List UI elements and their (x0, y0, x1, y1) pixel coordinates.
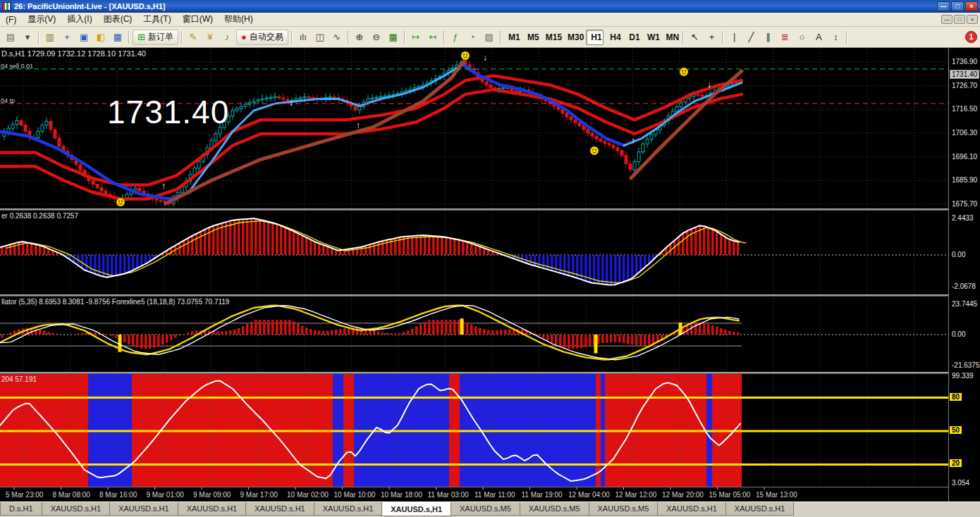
menu-item[interactable]: (F) (0, 13, 22, 26)
chart-tab[interactable]: XAUUSD.s,H1 (657, 502, 726, 516)
time-scale[interactable]: 5 Mar 23:008 Mar 08:008 Mar 16:009 Mar 0… (0, 487, 948, 502)
time-label: 10 Mar 10:00 (334, 491, 376, 499)
pane-divider[interactable] (0, 208, 980, 211)
minimize-button[interactable]: — (937, 1, 950, 11)
menu-item[interactable]: 窗口(W) (177, 12, 219, 27)
toolbar-separator (500, 30, 501, 44)
menu-item[interactable]: 显示(V) (22, 12, 61, 27)
chart-canvas[interactable]: ↑↓↑↓↑↓ (0, 48, 948, 502)
chart-shift-icon[interactable]: ↤ (425, 30, 441, 45)
templates-icon[interactable]: ▨ (482, 30, 497, 45)
time-label: 15 Mar 13:00 (756, 491, 797, 499)
terminal-icon[interactable]: ▦ (110, 30, 125, 45)
timeframe-d1[interactable]: D1 (624, 30, 642, 45)
periods-icon[interactable]: ◔ (465, 30, 480, 45)
toolbar-separator (722, 30, 723, 44)
vertical-line-icon[interactable]: ∣ (726, 30, 742, 45)
toolbar-separator (348, 30, 349, 44)
chart-area[interactable]: ↑↓↑↓↑↓ D.s,H1 1729.09 1732.12 1728.10 17… (0, 48, 980, 502)
time-label: 12 Mar 20:00 (662, 491, 704, 499)
toolbar-separator (181, 30, 183, 44)
new-chart-dropdown-icon[interactable]: ▾ (20, 30, 35, 45)
data-window-icon[interactable]: ▣ (76, 30, 92, 45)
title-bar[interactable]: 26: PacificUnionInt-Live - [XAUUSD.s,H1]… (0, 0, 980, 13)
timeframe-h4[interactable]: H4 (605, 30, 623, 45)
market-watch-icon[interactable]: + (59, 30, 75, 45)
time-label: 9 Mar 09:00 (193, 491, 231, 499)
timeframe-mn[interactable]: MN (662, 30, 680, 45)
menu-item[interactable]: 工具(T) (137, 12, 176, 27)
svg-text:↑: ↑ (161, 181, 166, 191)
autotrade-button[interactable]: ●自动交易 (236, 30, 288, 45)
new-chart-icon[interactable]: ▤ (3, 30, 18, 45)
tile-windows-icon[interactable]: ▦ (386, 30, 401, 45)
cursor-icon[interactable]: ↖ (687, 30, 702, 45)
chart-tab[interactable]: XAUUSD.s,H1 (245, 502, 314, 516)
menu-item[interactable]: 插入(I) (61, 12, 97, 27)
indicator-axis-label: 3.054 (952, 479, 969, 487)
time-label: 10 Mar 18:00 (381, 491, 422, 499)
svg-text:↓: ↓ (289, 98, 293, 108)
chart-tab[interactable]: XAUUSD.s,H1 (42, 502, 111, 516)
child-close-button[interactable]: × (967, 15, 978, 24)
indicator-axis-label: 0.00 (952, 330, 965, 338)
timeframe-m15[interactable]: M15 (542, 30, 563, 45)
bar-chart-icon[interactable]: ılı (295, 30, 311, 45)
indicators-icon[interactable]: ƒ (448, 30, 463, 45)
chart-tab[interactable]: XAUUSD.s,H1 (725, 502, 795, 516)
timeframe-m30[interactable]: M30 (564, 30, 584, 45)
shapes-icon[interactable]: ○ (794, 30, 809, 45)
pane-divider[interactable] (0, 294, 980, 297)
menu-item[interactable]: 图表(C) (98, 12, 138, 27)
chart-tab[interactable]: XAUUSD.s,H1 (381, 502, 451, 516)
sound-icon[interactable]: ♪ (219, 30, 235, 45)
arrows-tool-icon[interactable]: ↕ (828, 30, 843, 45)
auto-scroll-icon[interactable]: ↦ (408, 30, 424, 45)
chart-tab[interactable]: XAUUSD.s,H1 (109, 502, 178, 516)
text-label-icon[interactable]: A (811, 30, 826, 45)
restore-button[interactable]: □ (951, 1, 964, 11)
metaeditor-icon[interactable]: ✎ (185, 30, 201, 45)
trendline-icon[interactable]: ╱ (743, 30, 759, 45)
navigator-icon[interactable]: ◧ (93, 30, 109, 45)
zoom-in-icon[interactable]: ⊕ (352, 30, 367, 45)
stoch-level-tag: 50 (950, 426, 962, 434)
line-chart-icon[interactable]: ∿ (329, 30, 345, 45)
new-order-button[interactable]: ⊞新订单 (133, 30, 178, 45)
window-controls: — □ × (936, 1, 978, 11)
price-label: 1675.70 (952, 200, 977, 208)
chart-tab[interactable]: D.s,H1 (0, 502, 42, 516)
notification-badge[interactable]: 1 (965, 31, 977, 43)
candlestick-chart-icon[interactable]: ◫ (312, 30, 328, 45)
close-button[interactable]: × (965, 1, 978, 11)
chart-tab[interactable]: XAUUSD.s,M5 (451, 502, 520, 516)
chart-tab[interactable]: XAUUSD.s,M5 (589, 502, 659, 516)
crosshair-icon[interactable]: + (704, 30, 719, 45)
child-restore-button[interactable]: □ (954, 15, 965, 24)
chart-tab[interactable]: XAUUSD.s,H1 (178, 502, 247, 516)
time-label: 5 Mar 23:00 (6, 491, 43, 499)
timeframe-m5[interactable]: M5 (523, 30, 541, 45)
profiles-icon[interactable]: ▥ (42, 30, 58, 45)
price-scale[interactable]: 1736.901726.701716.501706.301696.101685.… (948, 48, 980, 502)
zoom-out-icon[interactable]: ⊖ (369, 30, 384, 45)
stoch-level-tag: 80 (950, 393, 962, 401)
chart-tab[interactable]: XAUUSD.s,H1 (314, 502, 383, 516)
child-minimize-button[interactable]: — (941, 15, 953, 24)
toolbar-separator (443, 30, 445, 44)
menu-item[interactable]: 帮助(H) (219, 12, 259, 27)
price-label: 1736.90 (952, 58, 977, 66)
mt4-window: 26: PacificUnionInt-Live - [XAUUSD.s,H1]… (0, 0, 980, 517)
price-label: 1685.90 (952, 176, 977, 184)
app-icon (2, 2, 11, 11)
deposit-icon[interactable]: ¥ (202, 30, 218, 45)
equidistant-channel-icon[interactable]: ∥ (760, 30, 776, 45)
timeframe-h1[interactable]: H1 (586, 30, 604, 45)
timeframe-m1[interactable]: M1 (504, 30, 522, 45)
indicator-axis-label: 2.4433 (952, 214, 974, 222)
fibonacci-icon[interactable]: ≣ (777, 30, 792, 45)
pane-divider[interactable] (0, 372, 980, 374)
indicator-axis-label: -2.0678 (952, 282, 976, 290)
chart-tab[interactable]: XAUUSD.s,M5 (520, 502, 589, 516)
timeframe-w1[interactable]: W1 (643, 30, 661, 45)
